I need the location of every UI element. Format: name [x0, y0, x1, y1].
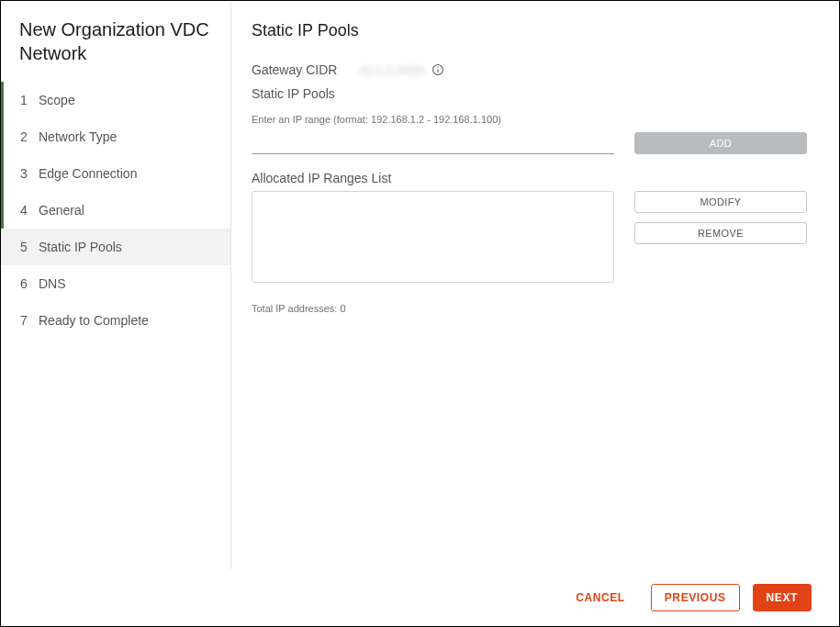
step-number: 2 [20, 129, 39, 144]
wizard-footer: CANCEL PREVIOUS NEXT [1, 569, 839, 626]
allocated-ranges-list[interactable] [252, 191, 614, 283]
ip-range-hint: Enter an IP range (format: 192.168.1.2 -… [252, 114, 807, 125]
step-label: Static IP Pools [39, 240, 122, 254]
step-static-ip-pools[interactable]: 5 Static IP Pools [1, 229, 230, 265]
ip-range-row: ADD [252, 130, 807, 154]
remove-button[interactable]: REMOVE [634, 222, 807, 244]
step-label: Ready to Complete [39, 313, 149, 328]
step-label: DNS [39, 276, 66, 291]
next-button[interactable]: NEXT [753, 584, 812, 611]
step-label: Network Type [39, 129, 117, 144]
step-number: 4 [20, 203, 39, 218]
gateway-cidr-label: Gateway CIDR [252, 62, 337, 77]
wizard-body: New Organization VDC Network 1 Scope 2 N… [1, 1, 839, 569]
step-number: 6 [20, 276, 39, 291]
step-label: General [39, 203, 84, 218]
ip-range-input[interactable] [252, 130, 614, 154]
add-button-col: ADD [634, 132, 807, 154]
modify-button[interactable]: MODIFY [634, 191, 807, 213]
wizard-sidebar: New Organization VDC Network 1 Scope 2 N… [1, 1, 231, 569]
step-network-type[interactable]: 2 Network Type [1, 118, 230, 155]
allocated-ranges-row: Allocated IP Ranges List MODIFY REMOVE [252, 171, 807, 283]
wizard-dialog: New Organization VDC Network 1 Scope 2 N… [0, 0, 840, 627]
step-label: Edge Connection [39, 166, 137, 181]
step-number: 3 [20, 166, 39, 181]
step-ready-to-complete[interactable]: 7 Ready to Complete [1, 302, 230, 339]
step-general[interactable]: 4 General [1, 192, 230, 229]
step-edge-connection[interactable]: 3 Edge Connection [1, 155, 230, 192]
step-dns[interactable]: 6 DNS [1, 265, 230, 302]
cancel-button[interactable]: CANCEL [563, 584, 638, 611]
previous-button[interactable]: PREVIOUS [651, 584, 740, 611]
gateway-cidr-row: Gateway CIDR xx.x.x.xx/xx [252, 62, 807, 77]
step-scope[interactable]: 1 Scope [1, 82, 230, 118]
total-ip-addresses: Total IP addresses: 0 [252, 303, 807, 314]
info-icon[interactable] [431, 62, 445, 77]
list-actions-col: MODIFY REMOVE [634, 191, 807, 244]
wizard-content: Static IP Pools Gateway CIDR xx.x.x.xx/x… [231, 1, 839, 569]
step-number: 5 [20, 240, 39, 254]
page-title: Static IP Pools [252, 21, 807, 40]
step-label: Scope [39, 93, 75, 107]
allocated-ranges-label: Allocated IP Ranges List [252, 171, 614, 185]
allocated-ranges-col: Allocated IP Ranges List [252, 171, 614, 283]
wizard-steps: 1 Scope 2 Network Type 3 Edge Connection… [1, 82, 230, 339]
static-ip-pools-subheading: Static IP Pools [252, 86, 807, 101]
add-button[interactable]: ADD [634, 132, 807, 154]
gateway-cidr-value: xx.x.x.xx/xx [359, 62, 425, 77]
wizard-title: New Organization VDC Network [1, 17, 230, 82]
step-number: 1 [20, 93, 39, 107]
svg-point-2 [437, 67, 438, 68]
step-number: 7 [20, 313, 39, 328]
